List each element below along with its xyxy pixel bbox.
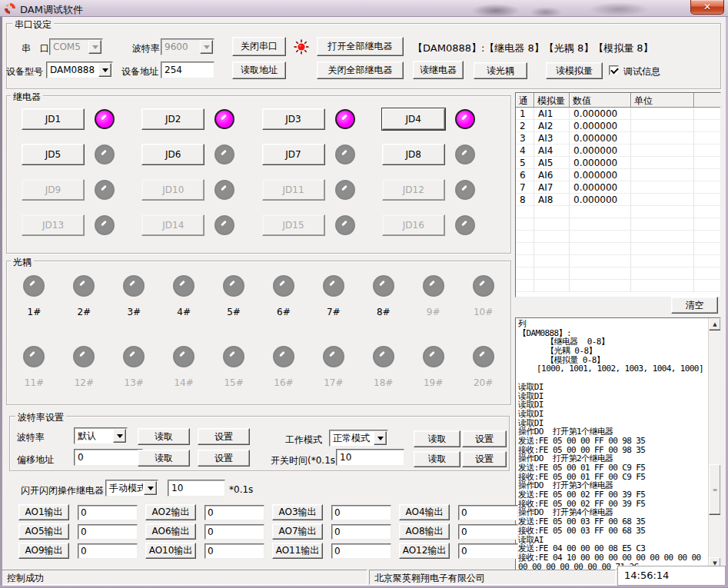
ao-output-button-2[interactable]: AO2输出: [145, 504, 196, 520]
ao-output-input-9[interactable]: [78, 543, 138, 559]
ao-output-button-4[interactable]: AO4输出: [399, 504, 450, 520]
ao-output-input-11[interactable]: [331, 543, 391, 559]
table-row: 1AI10.000000: [516, 108, 720, 120]
table-cell: 3: [516, 132, 534, 145]
ao-output-input-4[interactable]: [458, 505, 518, 520]
ao-output-button-9[interactable]: AO9输出: [18, 543, 69, 559]
offset-read-button[interactable]: 读取: [138, 450, 190, 467]
ao-output-button-5[interactable]: AO5输出: [18, 523, 69, 540]
relay-button-jd13[interactable]: JD13: [22, 214, 85, 236]
work-mode-select[interactable]: 正常模式: [329, 430, 388, 447]
relay-button-jd16[interactable]: JD16: [382, 214, 445, 236]
relay-button-jd15[interactable]: JD15: [262, 214, 325, 236]
ao-output-button-6[interactable]: AO6输出: [145, 523, 196, 540]
ao-output-button-1[interactable]: AO1输出: [18, 504, 69, 520]
opto-label: 6#: [277, 307, 291, 317]
relay-button-jd14[interactable]: JD14: [141, 214, 204, 236]
model-select[interactable]: DAM0888: [46, 61, 113, 78]
read-analog-button[interactable]: 读模拟量: [546, 62, 603, 79]
ao-output-input-10[interactable]: [204, 543, 264, 559]
analog-col-header[interactable]: [694, 93, 721, 108]
clear-log-button[interactable]: 清空: [671, 297, 718, 314]
table-cell: [516, 206, 534, 218]
offset-input[interactable]: [74, 449, 143, 466]
relay-button-jd10[interactable]: JD10: [141, 179, 204, 201]
ao-output-input-1[interactable]: [78, 505, 138, 520]
ao-output-input-12[interactable]: [458, 543, 518, 559]
log-scrollbar[interactable]: ▲ ≡ ▼: [708, 318, 720, 570]
analog-col-header[interactable]: 单位: [631, 93, 694, 108]
ao-grid: AO1输出AO2输出AO3输出AO4输出AO5输出AO6输出AO7输出AO8输出…: [18, 504, 514, 561]
table-cell: 0.000000: [570, 181, 631, 194]
flash-mode-select[interactable]: 手动模式: [105, 480, 158, 497]
flash-time-input[interactable]: [168, 480, 225, 497]
addr-label: 设备地址: [121, 65, 158, 78]
chevron-down-icon: [113, 429, 126, 443]
ao-output-button-12[interactable]: AO12输出: [399, 543, 450, 559]
ao-output-input-5[interactable]: [78, 524, 138, 540]
ao-output-button-7[interactable]: AO7输出: [272, 523, 323, 540]
scroll-up-icon[interactable]: ▲: [709, 318, 721, 331]
ao-output-input-6[interactable]: [204, 524, 264, 540]
opto-cell: 1#: [9, 275, 59, 327]
ao-output-input-3[interactable]: [331, 505, 391, 520]
debug-info-label: 调试信息: [623, 65, 660, 78]
relay-button-jd2[interactable]: JD2: [141, 108, 204, 130]
analog-col-header[interactable]: 通: [516, 93, 534, 108]
table-row: 4AI40.000000: [516, 145, 720, 157]
ao-output-input-2[interactable]: [204, 505, 264, 520]
table-cell: [631, 206, 694, 218]
switch-time-set-button[interactable]: 设置: [462, 451, 507, 467]
read-relays-button[interactable]: 读继电器: [413, 61, 464, 79]
table-row: 3AI30.000000: [516, 132, 720, 145]
opto-cell: 8#: [358, 275, 408, 327]
work-mode-read-button[interactable]: 读取: [414, 430, 460, 447]
opto-cell: 18#: [358, 346, 408, 398]
relay-button-jd3[interactable]: JD3: [262, 108, 325, 130]
baud-read-button[interactable]: 读取: [138, 428, 190, 445]
relay-button-jd9[interactable]: JD9: [22, 179, 85, 201]
analog-col-header[interactable]: 数值: [570, 93, 631, 108]
close-all-relays-button[interactable]: 关闭全部继电器: [317, 61, 404, 79]
debug-info-checkbox[interactable]: [609, 65, 619, 75]
ao-output-button-10[interactable]: AO10输出: [145, 543, 196, 559]
analog-col-header[interactable]: 模拟量: [534, 93, 570, 108]
switch-time-read-button[interactable]: 读取: [414, 451, 460, 467]
table-cell: 0.000000: [570, 194, 631, 206]
relay-button-jd8[interactable]: JD8: [382, 144, 445, 165]
log-line: 接收:FE 05 00 03 FF 00 68 35: [518, 527, 706, 536]
work-mode-label: 工作模式: [285, 434, 322, 447]
read-address-button[interactable]: 读取地址: [232, 61, 286, 79]
relay-cell: JD15: [262, 214, 382, 236]
relay-button-jd4[interactable]: JD4: [382, 108, 445, 130]
relay-button-jd7[interactable]: JD7: [262, 144, 325, 165]
read-opto-button[interactable]: 读光耦: [474, 62, 527, 79]
ao-output-button-3[interactable]: AO3输出: [272, 504, 323, 520]
table-row-empty: [516, 231, 720, 243]
opto-cell: 5#: [209, 275, 259, 327]
baud-set-button[interactable]: 设置: [198, 428, 250, 445]
baud-setting-select[interactable]: 默认: [74, 427, 128, 444]
opto-led: [173, 346, 194, 367]
work-mode-set-button[interactable]: 设置: [462, 430, 507, 447]
opto-label: 18#: [374, 377, 393, 388]
ao-output-input-8[interactable]: [458, 524, 518, 540]
close-port-button[interactable]: 关闭串口: [232, 37, 286, 56]
device-address-input[interactable]: [161, 61, 214, 78]
relay-button-jd11[interactable]: JD11: [262, 179, 325, 201]
open-all-relays-button[interactable]: 打开全部继电器: [317, 37, 404, 56]
offset-set-button[interactable]: 设置: [198, 450, 250, 467]
ao-output-button-8[interactable]: AO8输出: [399, 523, 450, 540]
relay-button-jd1[interactable]: JD1: [22, 108, 85, 130]
close-button[interactable]: ✕: [690, 0, 724, 15]
relay-button-jd6[interactable]: JD6: [141, 144, 204, 165]
scrollbar-thumb[interactable]: ≡: [709, 464, 721, 515]
flash-time-unit-label: *0.1s: [229, 484, 253, 495]
table-cell: [694, 280, 721, 292]
relay-button-jd12[interactable]: JD12: [382, 179, 445, 201]
table-cell: [570, 255, 631, 267]
ao-output-input-7[interactable]: [331, 524, 391, 540]
relay-button-jd5[interactable]: JD5: [22, 144, 85, 165]
switch-time-input[interactable]: [336, 449, 404, 466]
ao-output-button-11[interactable]: AO11输出: [272, 543, 323, 559]
